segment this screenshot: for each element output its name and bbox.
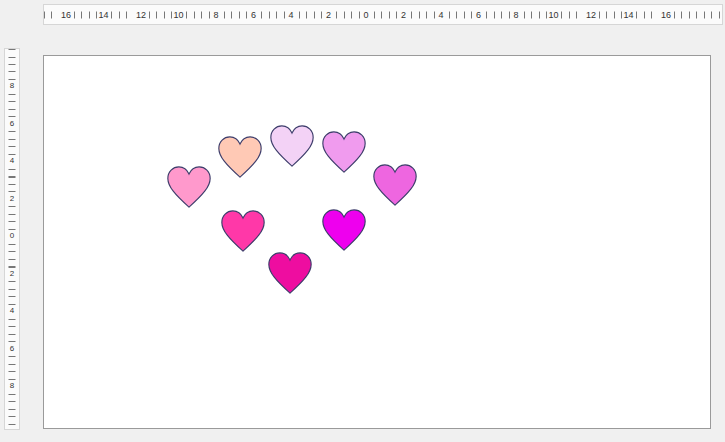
ruler-label: 0 (5, 230, 19, 242)
ruler-label: 16 (59, 9, 73, 20)
ruler-label: 0 (361, 9, 370, 20)
heart-upper-left[interactable] (217, 135, 263, 179)
ruler-label: 8 (211, 9, 220, 20)
heart-shape (222, 211, 264, 251)
ruler-label: 2 (5, 193, 19, 205)
heart-shape (168, 167, 210, 207)
ruler-label: 4 (5, 155, 19, 167)
ruler-label: 4 (286, 9, 295, 20)
heart-upper-right[interactable] (321, 130, 367, 174)
ruler-label: 8 (5, 380, 19, 392)
ruler-label: 10 (171, 9, 185, 20)
ruler-label: 4 (436, 9, 445, 20)
ruler-label: 8 (511, 9, 520, 20)
heart-mid-right[interactable] (321, 208, 367, 252)
draw-workspace: 1614121086420246810121416 864202468 (0, 0, 725, 442)
ruler-label: 6 (5, 118, 19, 130)
ruler-label: 14 (96, 9, 110, 20)
heart-right[interactable] (372, 163, 418, 207)
ruler-label: 2 (399, 9, 408, 20)
heart-left[interactable] (166, 165, 212, 209)
heart-shape (269, 253, 311, 293)
heart-mid-left[interactable] (220, 209, 266, 253)
drawing-canvas[interactable] (43, 55, 711, 429)
heart-bottom[interactable] (267, 251, 313, 295)
ruler-label: 6 (5, 343, 19, 355)
ruler-label: 8 (5, 80, 19, 92)
ruler-label: 12 (584, 9, 598, 20)
ruler-label: 14 (621, 9, 635, 20)
ruler-label: 2 (5, 268, 19, 280)
heart-shape (219, 137, 261, 177)
vertical-ruler[interactable]: 864202468 (4, 48, 20, 430)
ruler-label: 10 (546, 9, 560, 20)
ruler-label: 6 (474, 9, 483, 20)
ruler-label: 12 (134, 9, 148, 20)
ruler-label: 16 (659, 9, 673, 20)
heart-shape (271, 126, 313, 166)
heart-top[interactable] (269, 124, 315, 168)
horizontal-ruler[interactable]: 1614121086420246810121416 (43, 4, 723, 25)
ruler-label: 6 (249, 9, 258, 20)
ruler-label: 4 (5, 305, 19, 317)
heart-shape (323, 210, 365, 250)
heart-shape (323, 132, 365, 172)
ruler-label: 2 (324, 9, 333, 20)
heart-shape (374, 165, 416, 205)
